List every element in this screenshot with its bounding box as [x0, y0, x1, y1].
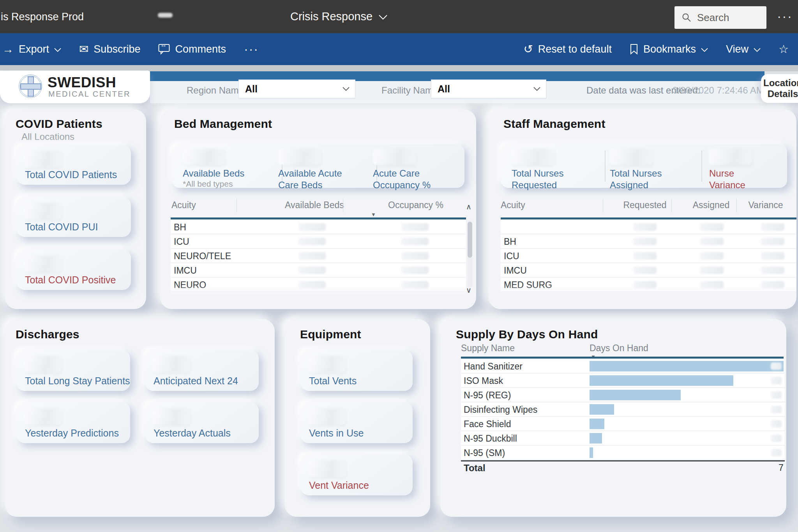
table-row-blank[interactable]: [501, 220, 796, 233]
redacted-occupancy-cell: [401, 238, 429, 245]
brand-name: SWEDISH: [48, 74, 116, 91]
kpi-tile-yesterday-predictions: Yesterday Predictions: [16, 402, 130, 443]
action-bar: →Export✉Subscribe""Comments··· ↺Reset to…: [0, 33, 798, 65]
redacted-days-value: [771, 391, 782, 399]
facility-filter-value: All: [438, 83, 450, 95]
kpi-label: Total Nurses Requested: [512, 168, 574, 191]
view-button[interactable]: View: [726, 43, 761, 55]
reset-to-default-button[interactable]: ↺Reset to default: [523, 43, 611, 55]
table-row-imcu[interactable]: IMCU: [501, 263, 796, 277]
supply-row-face-shield[interactable]: Face Shield: [461, 417, 785, 430]
supply-name-cell: N-95 Duckbill: [464, 433, 517, 444]
redacted-days-value: [771, 420, 782, 428]
title-bar: is Response Prod Crisis Response Search …: [0, 0, 798, 33]
location-details-button[interactable]: Location Details: [761, 74, 798, 103]
redacted-kpi-value: [24, 203, 62, 220]
brand-card: SWEDISH MEDICAL CENTER: [0, 71, 150, 103]
chevron-down-icon: [701, 48, 708, 52]
kpi-label: Total COVID Positive: [25, 274, 116, 286]
header-rule: [461, 357, 784, 359]
discharges-card: Discharges Total Long Stay PatientsAntic…: [5, 319, 275, 517]
acuity-cell: IMCU: [174, 265, 197, 276]
supply-name-cell: ISO Mask: [464, 376, 503, 386]
supply-name-cell: N-95 (REG): [464, 390, 511, 401]
kpi-tile-total-covid-patients: Total COVID Patients: [16, 145, 131, 185]
scrollbar-thumb[interactable]: [468, 222, 472, 258]
column-header-variance[interactable]: Variance: [740, 200, 791, 210]
chevron-down-icon: [754, 48, 761, 52]
redacted-kpi-value: [24, 356, 62, 373]
kpi-label: Yesterday Actuals: [154, 427, 231, 439]
supply-row-n-95-duckbill[interactable]: N-95 Duckbill: [461, 431, 785, 445]
table-row-bh[interactable]: BH: [171, 220, 466, 233]
region-filter-dropdown[interactable]: All: [238, 80, 355, 98]
kpi-label: Vent Variance: [309, 479, 369, 491]
location-details-line1: Location: [763, 78, 798, 88]
table-row-neuro-tele[interactable]: NEURO/TELE: [171, 249, 466, 262]
last-entered-value: 3/30/2020 7:24:46 AM: [673, 85, 764, 96]
region-filter-value: All: [245, 83, 258, 95]
column-header-requested[interactable]: Requested: [616, 200, 674, 210]
table-bottom-fade: [501, 286, 796, 297]
bookmarks-label: Bookmarks: [643, 43, 696, 55]
redacted-days-value: [771, 377, 782, 384]
bookmark-icon: [630, 44, 638, 55]
supply-row-hand-sanitizer[interactable]: Hand Sanitizer: [461, 359, 785, 373]
brand-subtitle: MEDICAL CENTER: [48, 90, 131, 99]
logo-cross-icon: [20, 83, 41, 90]
table-row-bh[interactable]: BH: [501, 235, 796, 248]
supply-row-n-95-sm-[interactable]: N-95 (SM): [461, 446, 785, 459]
days-on-hand-bar: [590, 361, 784, 371]
kpi-label: Acute Care Occupancy %: [373, 168, 455, 191]
scroll-up-icon[interactable]: ∧: [466, 202, 471, 211]
redacted-kpi-value: [373, 149, 416, 165]
supply-row-n-95-reg-[interactable]: N-95 (REG): [461, 388, 785, 401]
column-header-acuity[interactable]: Acuity: [171, 200, 196, 210]
favorite-button[interactable]: ☆: [779, 44, 789, 55]
redacted-kpi-value: [308, 356, 346, 373]
export-button[interactable]: →Export: [2, 43, 61, 55]
more-commands-button[interactable]: ···: [244, 42, 259, 57]
kpi-note: *All bed types: [183, 179, 233, 189]
redacted-kpi-value: [24, 151, 62, 168]
kpi-label: Total Nurses Assigned: [610, 168, 672, 191]
table-row-imcu[interactable]: IMCU: [171, 263, 466, 277]
subscribe-button[interactable]: ✉Subscribe: [79, 43, 140, 55]
staff-card-title: Staff Management: [503, 117, 606, 131]
region-filter-label: Region Name:: [187, 85, 246, 96]
redacted-assigned-cell: [700, 238, 724, 245]
kpi-tile-anticipated-next-24: Anticipated Next 24: [145, 350, 259, 391]
redacted-assigned-cell: [700, 223, 724, 231]
table-row-icu[interactable]: ICU: [501, 249, 796, 262]
kpi-label: Vents in Use: [309, 427, 364, 439]
reset-to-default-label: Reset to default: [538, 43, 612, 55]
column-header-days-on-hand[interactable]: Days On Hand: [590, 343, 648, 353]
column-header-assigned[interactable]: Assigned: [682, 200, 740, 210]
comments-button[interactable]: ""Comments: [158, 43, 226, 55]
report-title-switcher[interactable]: Crisis Response: [290, 10, 387, 23]
scroll-down-icon[interactable]: ∨: [466, 286, 471, 295]
redacted-requested-cell: [633, 252, 657, 260]
sort-descending-icon[interactable]: ▼: [371, 212, 376, 217]
redacted-days-value: [771, 362, 782, 370]
column-header-acuity[interactable]: Acuity: [501, 200, 525, 210]
supply-row-disinfecting-wipes[interactable]: Disinfecting Wipes: [461, 403, 785, 416]
bed-management-card: Bed Management Available Beds*All bed ty…: [160, 110, 476, 309]
redacted-days-value: [771, 435, 782, 442]
search-input[interactable]: Search: [674, 6, 766, 29]
supply-name-cell: N-95 (SM): [464, 448, 505, 458]
star-icon: ☆: [779, 44, 789, 55]
facility-filter-dropdown[interactable]: All: [431, 80, 546, 98]
header-rule: [501, 217, 796, 219]
redacted-available-beds-cell: [298, 267, 326, 274]
column-header-supply-name[interactable]: Supply Name: [461, 343, 515, 353]
titlebar-more-button[interactable]: ···: [777, 9, 793, 24]
column-header-occupancy[interactable]: Occupancy %: [385, 200, 447, 210]
bookmarks-button[interactable]: Bookmarks: [630, 43, 708, 55]
supply-row-iso-mask[interactable]: ISO Mask: [461, 374, 785, 387]
svg-text:"": "": [161, 44, 166, 50]
redacted-variance-cell: [761, 252, 784, 260]
table-row-icu[interactable]: ICU: [171, 235, 466, 248]
kpi-tile-vent-variance: Vent Variance: [300, 454, 413, 495]
column-header-available-beds[interactable]: Available Beds: [285, 200, 343, 210]
